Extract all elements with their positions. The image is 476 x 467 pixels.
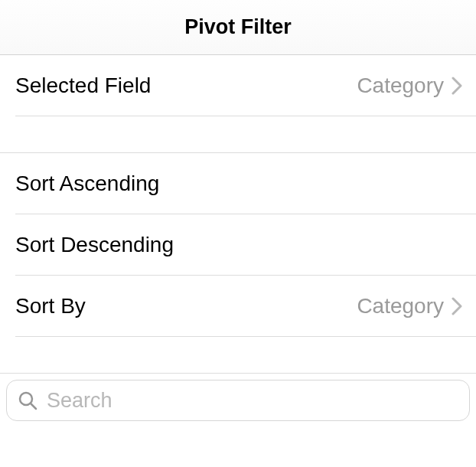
sort-by-right: Category bbox=[357, 294, 462, 318]
selected-field-value: Category bbox=[357, 73, 444, 98]
svg-line-1 bbox=[31, 403, 36, 409]
header: Pivot Filter bbox=[0, 0, 476, 55]
sort-descending-label: Sort Descending bbox=[15, 233, 174, 257]
section-spacer bbox=[0, 116, 476, 153]
section-spacer bbox=[0, 337, 476, 374]
sort-ascending-row[interactable]: Sort Ascending bbox=[15, 153, 476, 214]
sort-group: Sort Ascending Sort Descending Sort By C… bbox=[0, 153, 476, 337]
search-input[interactable] bbox=[47, 389, 458, 413]
search-icon bbox=[18, 390, 37, 410]
search-wrap bbox=[0, 374, 476, 427]
selected-field-row[interactable]: Selected Field Category bbox=[15, 55, 476, 116]
sort-ascending-label: Sort Ascending bbox=[15, 171, 159, 196]
selected-field-group: Selected Field Category bbox=[0, 55, 476, 116]
sort-by-value: Category bbox=[357, 294, 444, 318]
sort-by-label: Sort By bbox=[15, 294, 86, 318]
search-box[interactable] bbox=[6, 380, 470, 421]
chevron-right-icon bbox=[452, 297, 462, 315]
selected-field-label: Selected Field bbox=[15, 73, 151, 98]
selected-field-right: Category bbox=[357, 73, 462, 98]
chevron-right-icon bbox=[452, 77, 462, 95]
sort-by-row[interactable]: Sort By Category bbox=[15, 276, 476, 337]
page-title: Pivot Filter bbox=[184, 15, 292, 39]
sort-descending-row[interactable]: Sort Descending bbox=[15, 214, 476, 276]
